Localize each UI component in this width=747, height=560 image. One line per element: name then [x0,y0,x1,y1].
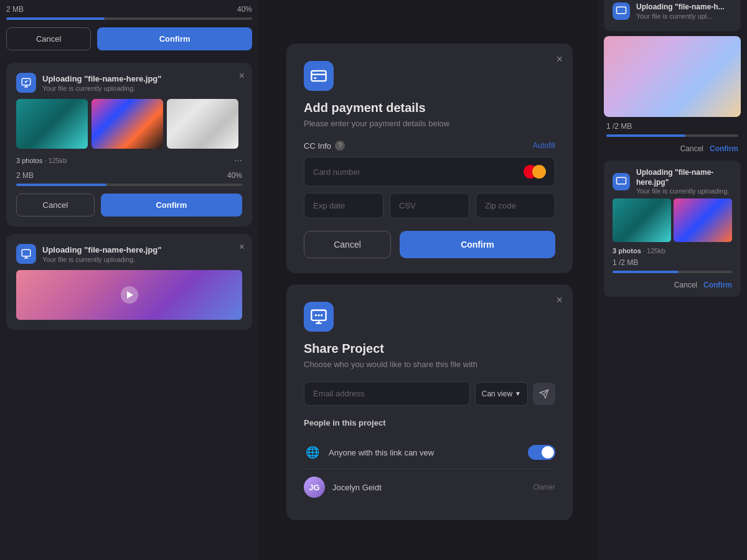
close-button-middle[interactable]: × [239,70,245,82]
bottom-right-notif-title: Uploading "file-name-here.jpg" [636,168,732,187]
svg-rect-3 [314,77,317,78]
dots-menu-middle[interactable]: ··· [234,155,242,166]
right-confirm-button-1[interactable]: Confirm [710,144,738,153]
photos-meta-middle: 3 photos · 125kb ··· [16,155,242,166]
right-action-row-1: Cancel Confirm [606,144,738,153]
link-toggle-label: Anyone with this link can vew [329,448,520,457]
cc-label-text: CC Info [304,141,331,151]
action-row-top: Cancel Confirm [6,27,252,50]
mastercard-icon [524,165,546,179]
video-thumbnail [16,270,242,320]
right-cancel-button-1[interactable]: Cancel [680,144,703,153]
link-toggle-switch[interactable] [528,445,555,460]
right-middle-card: 1 /2 MB Cancel Confirm [598,122,747,153]
progress-bar-middle [16,184,242,186]
progress-size-top: 2 MB [6,5,24,14]
right-confirm-button-2[interactable]: Confirm [703,281,732,289]
right-thumb-colorful [674,198,732,242]
right-progress-bar [606,134,738,137]
right-column: Uploading "file-name-h... Your file is c… [598,0,747,560]
progress-fill-middle [16,184,106,186]
cc-extra-fields: Exp date CSV Zip code [304,193,555,218]
right-progress-fill [606,134,685,137]
globe-icon: 🌐 [304,444,321,461]
svg-point-5 [315,314,317,317]
top-right-notif-title: Uploading "file-name-h... [636,2,725,12]
top-right-notif: Uploading "file-name-h... Your file is c… [604,0,741,31]
share-modal-title: Share Project [304,342,555,356]
person-row: JG Jocelyn Geidt Owner [304,469,555,505]
top-right-notif-icon [613,2,630,20]
zip-input[interactable]: Zip code [476,193,555,218]
progress-fill-top [6,17,105,20]
right-thumb-teal [613,198,671,242]
svg-rect-2 [311,71,326,81]
right-thumbs-row [613,198,732,242]
svg-rect-9 [617,177,626,184]
payment-modal-title: Add payment details [304,101,555,115]
person-avatar: JG [304,477,325,498]
svg-point-7 [321,314,323,317]
csv-placeholder: CSV [399,201,416,210]
share-modal-close[interactable]: × [556,294,563,306]
svg-rect-8 [617,7,626,14]
payment-cancel-button[interactable]: Cancel [304,231,391,258]
payment-confirm-button[interactable]: Confirm [400,231,555,258]
send-button[interactable] [533,383,555,405]
play-button[interactable] [121,286,138,304]
svg-rect-1 [22,250,31,256]
can-view-select[interactable]: Can view ▼ [475,382,528,406]
csv-input[interactable]: CSV [390,193,469,218]
bottom-right-progress-fill [613,271,679,273]
action-row-middle: Cancel Confirm [16,194,242,217]
payment-modal-icon [304,61,334,91]
chevron-down-icon: ▼ [515,390,521,397]
right-cancel-button-2[interactable]: Cancel [674,281,697,289]
card-number-placeholder: Card number [313,167,360,177]
gradient-image [604,36,741,117]
svg-point-6 [317,314,320,317]
thumb-3 [167,99,238,149]
zip-placeholder: Zip code [485,201,516,210]
upload-icon-bottom [16,244,36,264]
top-right-notif-sub: Your file is currently upl... [636,12,725,20]
bottom-right-notif-header: Uploading "file-name-here.jpg" Your file… [613,168,732,195]
upload-header-middle: Uploading "file-name-here.jpg" Your file… [16,73,242,93]
autofill-button[interactable]: Autofill [533,141,555,150]
progress-bar-top [6,17,252,20]
right-photos-meta: 3 photos · 125kb [613,247,732,254]
close-button-bottom-left[interactable]: × [239,241,245,253]
upload-icon-middle [16,73,36,93]
right-progress-size: 1 /2 MB [606,122,632,131]
exp-date-input[interactable]: Exp date [304,193,383,218]
payment-modal-actions: Cancel Confirm [304,231,555,258]
share-modal-icon [304,302,334,332]
cc-help-icon[interactable]: ? [335,141,345,151]
cancel-button-middle[interactable]: Cancel [16,194,95,217]
email-input[interactable]: Email address [304,381,470,406]
card-number-input[interactable]: Card number [304,157,555,187]
upload-title-bottom: Uploading "file-name-here.jpg" [42,245,161,254]
email-share-row: Email address Can view ▼ [304,381,555,406]
confirm-button-middle[interactable]: Confirm [101,194,242,217]
link-toggle-row: 🌐 Anyone with this link can vew [304,436,555,469]
photos-count-middle: 3 photos · 125kb [16,157,67,164]
upload-sub-middle: Your file is currently uploading. [42,85,161,92]
confirm-button-top[interactable]: Confirm [97,27,252,50]
cc-label-row: CC Info ? Autofill [304,141,555,151]
payment-modal-close[interactable]: × [556,54,563,65]
cancel-button-top[interactable]: Cancel [6,27,91,50]
upload-header-bottom: Uploading "file-name-here.jpg" Your file… [16,244,242,264]
bottom-right-notif: Uploading "file-name-here.jpg" Your file… [604,161,741,297]
progress-pct-middle: 40% [227,171,242,180]
bottom-upload-card: × Uploading "file-name-here.jpg" Your fi… [6,234,252,330]
middle-upload-card: × Uploading "file-name-here.jpg" Your fi… [6,63,252,226]
share-modal: × Share Project Choose who you would lik… [286,284,573,520]
exp-date-placeholder: Exp date [313,201,345,210]
payment-modal: × Add payment details Please enter your … [286,44,573,273]
bottom-right-progress-bar [613,271,732,273]
progress-pct-top: 40% [237,5,252,14]
left-column: 2 MB 40% Cancel Confirm × Uploading "fil… [0,0,258,560]
can-view-label: Can view [482,390,512,398]
bottom-right-notif-icon [613,173,630,190]
